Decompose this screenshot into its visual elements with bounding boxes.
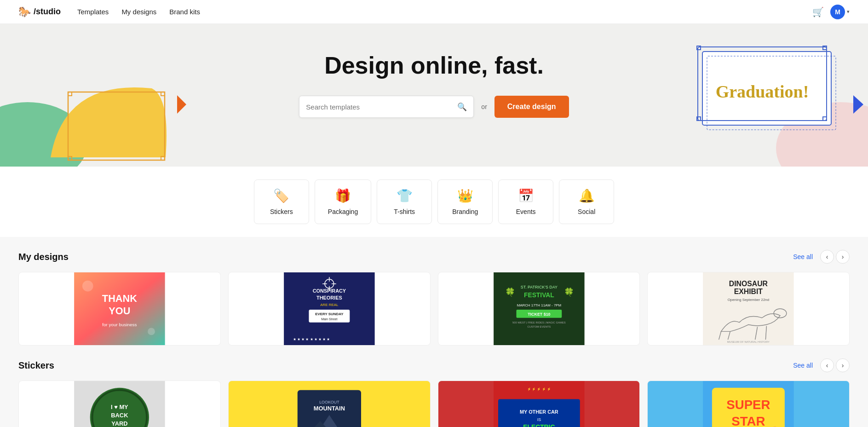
design-card-4[interactable]: DINOSAUR EXHIBIT Opening September 22nd … xyxy=(647,272,850,346)
stickers-next-arrow[interactable]: › xyxy=(836,358,850,372)
logo-icon: 🐎 xyxy=(18,6,31,18)
svg-text:ELECTRIC: ELECTRIC xyxy=(523,423,555,427)
category-packaging[interactable]: 🎁 Packaging xyxy=(315,179,371,224)
my-designs-cards: THANK YOU for your business CONSPIRACY T… xyxy=(18,272,850,346)
svg-point-21 xyxy=(82,281,93,292)
svg-text:MARCH 17TH 11AM - 7PM: MARCH 17TH 11AM - 7PM xyxy=(517,303,561,307)
category-branding[interactable]: 👑 Branding xyxy=(437,179,493,224)
nav-my-designs[interactable]: My designs xyxy=(121,8,156,16)
svg-text:THANK: THANK xyxy=(102,293,137,304)
svg-text:🍀: 🍀 xyxy=(564,287,575,297)
svg-rect-13 xyxy=(823,46,827,50)
svg-text:EVERY SUNDAY: EVERY SUNDAY xyxy=(315,312,344,316)
search-box: 🔍 xyxy=(299,96,474,118)
user-menu[interactable]: M ▾ xyxy=(830,5,850,19)
svg-text:YOU: YOU xyxy=(109,305,130,317)
svg-text:MUSEUM OF NATURAL HISTORY: MUSEUM OF NATURAL HISTORY xyxy=(727,340,770,343)
svg-text:for your business: for your business xyxy=(102,322,137,327)
or-text: or xyxy=(481,103,487,110)
branding-label: Branding xyxy=(452,208,478,215)
stickers-see-all[interactable]: See all xyxy=(793,362,813,369)
svg-rect-3 xyxy=(161,92,165,96)
hero-search-row: 🔍 or Create design xyxy=(0,96,868,118)
search-input[interactable] xyxy=(306,103,457,111)
my-designs-title: My designs xyxy=(18,252,793,262)
svg-text:BACK: BACK xyxy=(111,412,128,419)
cart-icon[interactable]: 🛒 xyxy=(812,6,824,17)
logo-text: /studio xyxy=(34,7,61,17)
social-icon: 🔔 xyxy=(579,188,595,203)
sticker-card-4[interactable]: SUPER STAR ★ xyxy=(647,381,850,427)
svg-rect-36 xyxy=(494,272,585,345)
nav-right: 🛒 M ▾ xyxy=(812,5,850,19)
svg-text:Opening September 22nd: Opening September 22nd xyxy=(728,298,769,302)
svg-text:FESTIVAL: FESTIVAL xyxy=(524,291,554,299)
stickers-header: Stickers See all ‹ › xyxy=(18,358,850,372)
svg-text:500 WEST | FREE RIDES | MAGIC : 500 WEST | FREE RIDES | MAGIC GAMES xyxy=(512,321,565,324)
hero-deco-left xyxy=(0,24,193,167)
nav-brand-kits[interactable]: Brand kits xyxy=(169,8,200,16)
svg-text:YARD: YARD xyxy=(111,420,127,427)
branding-icon: 👑 xyxy=(457,188,473,203)
category-social[interactable]: 🔔 Social xyxy=(559,179,614,224)
category-tshirts[interactable]: 👕 T-shirts xyxy=(377,179,432,224)
my-designs-section: My designs See all ‹ › THANK YOU for you… xyxy=(0,237,868,350)
svg-text:CUSTOM EVENTS: CUSTOM EVENTS xyxy=(527,325,551,328)
create-design-button[interactable]: Create design xyxy=(494,96,569,118)
avatar: M xyxy=(830,5,845,19)
hero-section: Graduation! Design online, fast. 🔍 or Cr… xyxy=(0,24,868,167)
my-designs-see-all[interactable]: See all xyxy=(793,253,813,260)
stickers-prev-arrow[interactable]: ‹ xyxy=(820,358,834,372)
category-events[interactable]: 📅 Events xyxy=(498,179,553,224)
svg-rect-12 xyxy=(697,46,701,50)
packaging-icon: 🎁 xyxy=(335,188,351,203)
my-designs-next-arrow[interactable]: › xyxy=(836,250,850,264)
stickers-title: Stickers xyxy=(18,360,793,371)
my-designs-header: My designs See all ‹ › xyxy=(18,250,850,264)
svg-text:I ♥ MY: I ♥ MY xyxy=(111,404,128,410)
svg-text:TICKET $10: TICKET $10 xyxy=(528,312,550,317)
stickers-label: Stickers xyxy=(270,208,293,215)
hero-headline: Design online, fast. xyxy=(0,52,868,79)
svg-text:ST. PATRICK'S DAY: ST. PATRICK'S DAY xyxy=(520,285,557,289)
tshirts-label: T-shirts xyxy=(394,208,415,215)
svg-text:MY OTHER CAR: MY OTHER CAR xyxy=(520,409,558,415)
svg-text:MOUNTAIN: MOUNTAIN xyxy=(314,405,345,412)
social-label: Social xyxy=(578,208,595,215)
category-stickers[interactable]: 🏷️ Stickers xyxy=(254,179,309,224)
design-card-3[interactable]: ST. PATRICK'S DAY FESTIVAL MARCH 17TH 11… xyxy=(438,272,640,346)
svg-text:Main Street: Main Street xyxy=(321,317,337,321)
svg-text:🍀: 🍀 xyxy=(505,287,515,297)
stickers-section: Stickers See all ‹ › I ♥ MY BACK YARD LO… xyxy=(0,350,868,427)
svg-point-22 xyxy=(148,328,155,335)
svg-rect-5 xyxy=(161,156,165,160)
chevron-down-icon: ▾ xyxy=(847,9,850,15)
svg-text:⚡ ⚡ ⚡ ⚡ ⚡: ⚡ ⚡ ⚡ ⚡ ⚡ xyxy=(527,387,551,391)
stickers-icon: 🏷️ xyxy=(273,188,289,203)
svg-text:IS: IS xyxy=(537,417,540,422)
categories-row: 🏷️ Stickers 🎁 Packaging 👕 T-shirts 👑 Bra… xyxy=(0,167,868,237)
logo[interactable]: 🐎 /studio xyxy=(18,6,61,18)
nav-templates[interactable]: Templates xyxy=(77,8,109,16)
hero-deco-right: Graduation! xyxy=(647,24,868,167)
search-icon: 🔍 xyxy=(457,102,467,112)
sticker-card-3[interactable]: MY OTHER CAR IS ELECTRIC ⚡ ⚡ ⚡ ⚡ ⚡ xyxy=(438,381,640,427)
svg-text:DINOSAUR: DINOSAUR xyxy=(729,280,768,288)
svg-text:THEORIES: THEORIES xyxy=(316,295,342,300)
nav-links: Templates My designs Brand kits xyxy=(77,8,812,16)
svg-text:EXHIBIT: EXHIBIT xyxy=(734,288,763,295)
svg-text:ARE REAL: ARE REAL xyxy=(320,303,339,307)
svg-text:SUPER: SUPER xyxy=(727,398,770,412)
events-label: Events xyxy=(516,208,536,215)
design-card-2[interactable]: CONSPIRACY THEORIES ARE REAL EVERY SUNDA… xyxy=(228,272,431,346)
events-icon: 📅 xyxy=(518,188,534,203)
svg-rect-23 xyxy=(284,272,375,345)
sticker-card-1[interactable]: I ♥ MY BACK YARD xyxy=(18,381,221,427)
tshirts-icon: 👕 xyxy=(397,188,413,203)
svg-rect-4 xyxy=(68,156,72,160)
svg-text:★ ★ ★ ★ ★ ★ ★ ★ ★: ★ ★ ★ ★ ★ ★ ★ ★ ★ xyxy=(293,337,330,341)
sticker-card-2[interactable]: LOOKOUT MOUNTAIN Restaurant & Bar xyxy=(228,381,431,427)
navbar: 🐎 /studio Templates My designs Brand kit… xyxy=(0,0,868,24)
design-card-1[interactable]: THANK YOU for your business xyxy=(18,272,221,346)
my-designs-prev-arrow[interactable]: ‹ xyxy=(820,250,834,264)
